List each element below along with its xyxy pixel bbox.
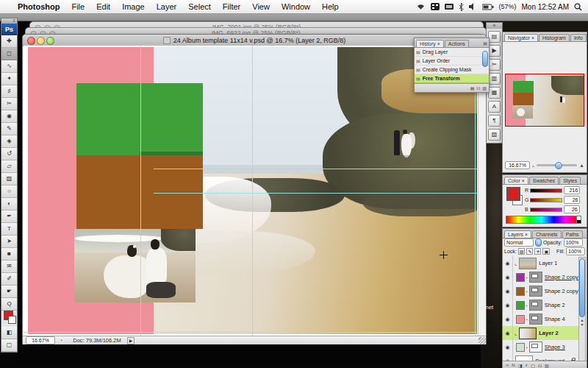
- brushes-panel-icon[interactable]: ▤: [488, 31, 501, 43]
- visibility-eye-icon[interactable]: ◉: [503, 270, 513, 284]
- fill-value[interactable]: 100%: [566, 247, 585, 255]
- tab-history[interactable]: History ×: [416, 40, 444, 47]
- minimize-button[interactable]: [37, 37, 45, 45]
- channel-b-value[interactable]: 26: [564, 205, 580, 213]
- spotlight-icon[interactable]: [574, 3, 582, 11]
- spectrum-bw-wells[interactable]: [576, 216, 581, 224]
- window-resize-grip[interactable]: [478, 337, 486, 344]
- layer-row-shape2[interactable]: ◉ ▪ Shape 2: [503, 298, 585, 313]
- shape-color-swatch[interactable]: [516, 301, 525, 310]
- tab-histogram[interactable]: Histogram: [539, 34, 570, 41]
- new-group-button[interactable]: ▢: [531, 363, 535, 368]
- zoom-in-icon[interactable]: ▲: [579, 163, 584, 168]
- history-step[interactable]: ▤Create Clipping Mask: [415, 66, 489, 74]
- menu-help[interactable]: Help: [316, 0, 345, 13]
- visibility-eye-icon[interactable]: ◉: [503, 256, 513, 270]
- quick-mask-button[interactable]: ◧: [1, 327, 17, 339]
- animation-panel-icon[interactable]: ▦: [488, 87, 501, 99]
- slice-tool[interactable]: ✂: [1, 98, 17, 110]
- status-info-icon[interactable]: ◔: [60, 338, 62, 343]
- blur-tool[interactable]: ○: [1, 185, 17, 198]
- tab-swatches[interactable]: Swatches: [529, 177, 559, 184]
- navigator-zoom-slider[interactable]: [537, 164, 577, 166]
- tab-actions[interactable]: Actions: [445, 40, 469, 47]
- layers-scrollbar-thumb[interactable]: [579, 258, 585, 317]
- layers-scrollbar[interactable]: ▲ ▼: [578, 257, 586, 368]
- shape-color-swatch[interactable]: [516, 315, 525, 324]
- type-tool[interactable]: T: [1, 223, 17, 236]
- path-selection-tool[interactable]: ➤: [1, 236, 17, 248]
- opacity-value[interactable]: 100%: [564, 238, 583, 247]
- paragraph-panel-icon[interactable]: ¶: [488, 115, 501, 127]
- lock-transparency-button[interactable]: ▨: [518, 248, 526, 255]
- menu-app-name[interactable]: Photoshop: [12, 0, 65, 13]
- color-spectrum-ramp[interactable]: [506, 216, 578, 224]
- menu-clock[interactable]: Mon 12:52 AM: [522, 3, 569, 11]
- visibility-eye-icon[interactable]: ◉: [503, 326, 513, 340]
- tab-paths[interactable]: Paths: [562, 230, 583, 238]
- tab-color[interactable]: Color ×: [504, 177, 528, 184]
- lock-all-button[interactable]: ▣: [542, 248, 550, 255]
- dock-collapse-button[interactable]: »: [487, 23, 502, 29]
- layer-style-button[interactable]: fx: [512, 363, 515, 367]
- channel-r-value[interactable]: 216: [564, 186, 580, 194]
- brush-tool[interactable]: ✎: [1, 123, 17, 135]
- layer-row-layer1[interactable]: ◉ ⌞ Layer 1: [503, 256, 585, 271]
- vector-mask-thumbnail[interactable]: [529, 286, 542, 297]
- navigator-zoom-field[interactable]: 16.67%: [505, 161, 530, 169]
- tab-styles[interactable]: Styles: [559, 177, 581, 184]
- hand-tool[interactable]: ☛: [1, 286, 17, 298]
- magic-wand-tool[interactable]: ✦: [1, 73, 17, 85]
- eraser-tool[interactable]: ▱: [1, 160, 17, 173]
- history-panel-menu-icon[interactable]: ▤: [483, 40, 487, 47]
- shape-color-swatch[interactable]: [516, 273, 525, 282]
- visibility-eye-icon[interactable]: ◉: [503, 312, 513, 326]
- character-panel-icon[interactable]: A: [488, 101, 501, 113]
- channel-r-slider[interactable]: [530, 188, 562, 193]
- zoom-button[interactable]: [46, 37, 54, 45]
- tab-channels[interactable]: Channels: [532, 230, 562, 238]
- shape-color-swatch[interactable]: [516, 287, 525, 296]
- crop-tool[interactable]: ♯: [1, 85, 17, 98]
- shape-color-swatch[interactable]: [516, 343, 525, 352]
- clone-source-panel-icon[interactable]: ▶: [488, 45, 501, 57]
- zoom-out-icon[interactable]: ▵: [532, 163, 534, 168]
- menu-file[interactable]: File: [65, 0, 90, 13]
- gradient-tool[interactable]: ▨: [1, 173, 17, 185]
- document-proxy-icon[interactable]: [163, 37, 171, 44]
- clone-stamp-tool[interactable]: ◈: [1, 135, 17, 148]
- tab-navigator[interactable]: Navigator ×: [504, 34, 538, 41]
- zoom-slider-thumb[interactable]: [555, 162, 562, 169]
- new-layer-button[interactable]: ⊡: [538, 363, 542, 368]
- channel-b-slider[interactable]: [530, 208, 562, 212]
- visibility-eye-icon[interactable]: ◉: [503, 284, 513, 298]
- layer-thumbnail[interactable]: [519, 328, 537, 339]
- spaces-icon[interactable]: [431, 3, 440, 10]
- menu-layer[interactable]: Layer: [151, 0, 183, 13]
- layer-row-layer2-selected[interactable]: ◉ ⌞ Layer 2: [503, 326, 585, 341]
- layer-row-shape3[interactable]: ◉ ▪ Shape 3: [503, 340, 585, 355]
- adjustment-layer-button[interactable]: ◐: [526, 363, 528, 367]
- menu-window[interactable]: Window: [276, 0, 316, 13]
- vector-mask-thumbnail[interactable]: [529, 342, 542, 353]
- history-step[interactable]: ▤Layer Order: [415, 57, 489, 66]
- tab-layers[interactable]: Layers ×: [504, 230, 531, 238]
- delete-state-icon[interactable]: ▥: [482, 85, 487, 91]
- volume-icon[interactable]: [469, 3, 477, 10]
- lock-pixels-button[interactable]: ✎: [526, 248, 533, 255]
- visibility-eye-icon[interactable]: ◉: [503, 340, 513, 354]
- vector-mask-thumbnail[interactable]: [529, 314, 542, 325]
- new-document-from-state-icon[interactable]: ▤: [470, 85, 475, 91]
- layer-comps-panel-icon[interactable]: ▥: [488, 73, 501, 85]
- menu-edit[interactable]: Edit: [90, 0, 116, 13]
- notes-tool[interactable]: ✉: [1, 261, 17, 273]
- lock-position-button[interactable]: ✛: [534, 248, 541, 255]
- zoom-percent-field[interactable]: 16.67%: [26, 336, 55, 344]
- vector-mask-thumbnail[interactable]: [529, 272, 542, 283]
- layer-row-shape4[interactable]: ◉ ▪ Shape 4: [503, 312, 585, 327]
- navigator-thumbnail[interactable]: [505, 74, 584, 127]
- bluetooth-icon[interactable]: [459, 3, 464, 11]
- lasso-tool[interactable]: ∿: [1, 60, 17, 73]
- delete-layer-button[interactable]: ▥: [545, 363, 549, 368]
- battery-icon[interactable]: [482, 4, 494, 10]
